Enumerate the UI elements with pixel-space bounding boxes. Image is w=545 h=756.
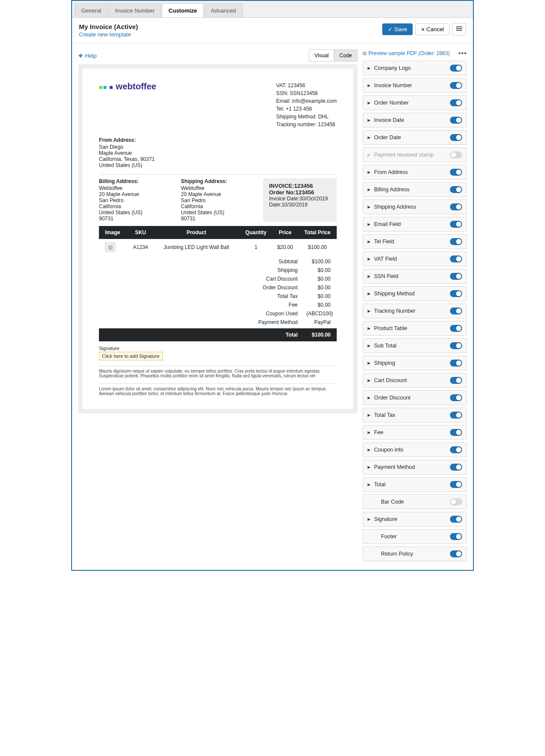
more-options-icon[interactable]: ••• xyxy=(458,49,467,57)
panel-label: Payment Method xyxy=(374,464,415,470)
create-template-link[interactable]: Create new template xyxy=(79,31,131,38)
toggle-switch[interactable] xyxy=(450,498,462,505)
toggle-switch[interactable] xyxy=(450,151,462,158)
panel-footer[interactable]: ▶Footer xyxy=(363,529,467,544)
panel-shipping-method[interactable]: ▶Shipping Method xyxy=(363,286,467,301)
toggle-switch[interactable] xyxy=(450,238,462,245)
tab-general[interactable]: General xyxy=(75,3,108,17)
panel-total[interactable]: ▶Total xyxy=(363,477,467,492)
toggle-switch[interactable] xyxy=(450,82,462,89)
panel-shipping-address[interactable]: ▶Shipping Address xyxy=(363,200,467,214)
toggle-switch[interactable] xyxy=(450,464,462,471)
panel-from-address[interactable]: ▶From Address xyxy=(363,165,467,180)
toggle-switch[interactable] xyxy=(450,429,462,436)
toggle-switch[interactable] xyxy=(450,446,462,453)
chevron-right-icon: ▶ xyxy=(368,170,371,174)
toggle-switch[interactable] xyxy=(450,342,462,349)
tab-advanced[interactable]: Advanced xyxy=(204,3,243,17)
panel-order-number[interactable]: ▶Order Number xyxy=(363,95,467,110)
toggle-switch[interactable] xyxy=(450,221,462,228)
visual-button[interactable]: Visual xyxy=(309,49,334,62)
panel-bar-code[interactable]: ▶Bar Code xyxy=(363,494,467,509)
panel-sub-total[interactable]: ▶Sub Total xyxy=(363,338,467,353)
panel-shipping[interactable]: ▶Shipping xyxy=(363,356,467,370)
panel-label: Invoice Number xyxy=(374,82,412,88)
panel-label: From Address xyxy=(374,169,408,175)
panel-tel-field[interactable]: ▶Tel Field xyxy=(363,234,467,249)
panel-label: Coupon info xyxy=(374,447,403,453)
panel-company-logo[interactable]: ▶Company Logo xyxy=(363,61,467,75)
toggle-switch[interactable] xyxy=(450,412,462,419)
toggle-switch[interactable] xyxy=(450,360,462,367)
toggle-switch[interactable] xyxy=(450,481,462,488)
panel-invoice-date[interactable]: ▶Invoice Date xyxy=(363,113,467,128)
toggle-switch[interactable] xyxy=(450,203,462,210)
toggle-switch[interactable] xyxy=(450,273,462,280)
panel-vat-field[interactable]: ▶VAT Field xyxy=(363,252,467,266)
panel-return-policy[interactable]: ▶Return Policy xyxy=(363,547,467,561)
code-button[interactable]: Code xyxy=(334,49,358,62)
chevron-right-icon: ▶ xyxy=(368,222,371,226)
invoice-preview[interactable]: ■■ ■ webtoffee VAT: 123456 SSN: SSN12345… xyxy=(82,69,353,409)
panel-label: Order Number xyxy=(374,100,409,106)
help-link[interactable]: ❖ Help xyxy=(78,52,97,59)
toggle-switch[interactable] xyxy=(450,186,462,193)
panel-invoice-number[interactable]: ▶Invoice Number xyxy=(363,78,467,93)
tab-invoice-number[interactable]: Invoice Number xyxy=(108,3,161,17)
toggle-switch[interactable] xyxy=(450,169,462,176)
toggle-switch[interactable] xyxy=(450,533,462,540)
panel-total-tax[interactable]: ▶Total Tax xyxy=(363,408,467,422)
cancel-button[interactable]: Cancel xyxy=(415,23,450,35)
panel-order-date[interactable]: ▶Order Date xyxy=(363,130,467,145)
panel-payment-method[interactable]: ▶Payment Method xyxy=(363,460,467,475)
panel-payment-received-stamp[interactable]: ▶Payment received stamp xyxy=(363,147,467,162)
panel-product-table[interactable]: ▶Product Table xyxy=(363,321,467,336)
toggle-switch[interactable] xyxy=(450,377,462,384)
tab-customize[interactable]: Customize xyxy=(162,3,204,17)
panel-label: Shipping xyxy=(374,360,395,366)
chevron-right-icon: ▶ xyxy=(368,257,371,261)
toggle-switch[interactable] xyxy=(450,134,462,141)
chevron-right-icon: ▶ xyxy=(368,239,371,244)
chevron-right-icon: ▶ xyxy=(368,205,371,209)
toggle-switch[interactable] xyxy=(450,516,462,523)
panel-coupon-info[interactable]: ▶Coupon info xyxy=(363,442,467,457)
panel-label: Tel Field xyxy=(374,239,394,245)
panel-tracking-number[interactable]: ▶Tracking Number xyxy=(363,304,467,318)
panel-label: VAT Field xyxy=(374,256,397,262)
preview-pdf-link[interactable]: ⧉ Preview sample PDF (Order: 2883) xyxy=(363,50,450,56)
panel-email-field[interactable]: ▶Email Field xyxy=(363,217,467,232)
chevron-right-icon: ▶ xyxy=(368,291,371,296)
toggle-switch[interactable] xyxy=(450,117,462,124)
panel-signature[interactable]: ▶Signature xyxy=(363,512,467,527)
toggle-switch[interactable] xyxy=(450,65,462,72)
toggle-switch[interactable] xyxy=(450,550,462,557)
chevron-right-icon: ▶ xyxy=(368,66,371,70)
view-toggle: Visual Code xyxy=(309,49,358,62)
toggle-switch[interactable] xyxy=(450,394,462,401)
panel-label: Billing Address xyxy=(374,187,410,193)
panel-fee[interactable]: ▶Fee xyxy=(363,425,467,440)
signature-box[interactable]: Click here to add Signature xyxy=(99,352,163,360)
panel-cart-discount[interactable]: ▶Cart Discount xyxy=(363,373,467,388)
panel-ssn-field[interactable]: ▶SSN Field xyxy=(363,269,467,284)
save-button[interactable]: Save xyxy=(382,23,413,35)
panel-label: Footer xyxy=(381,533,397,540)
chevron-right-icon: ▶ xyxy=(368,326,371,331)
company-logo: ■■ ■ webtoffee xyxy=(99,82,156,128)
toggle-switch[interactable] xyxy=(450,290,462,297)
toggle-switch[interactable] xyxy=(450,99,462,106)
tabs: GeneralInvoice NumberCustomizeAdvanced xyxy=(72,1,473,18)
menu-button[interactable] xyxy=(452,23,466,36)
header: My Invoice (Active) Create new template … xyxy=(72,18,473,43)
panel-order-discount[interactable]: ▶Order Discount xyxy=(363,390,467,405)
toggle-switch[interactable] xyxy=(450,325,462,332)
page-title: My Invoice (Active) xyxy=(79,23,138,30)
shipping-address: Shipping Address: Webtoffee20 Maple Aven… xyxy=(181,178,263,222)
toggle-switch[interactable] xyxy=(450,255,462,262)
panel-label: Shipping Address xyxy=(374,204,416,210)
panel-label: Return Policy xyxy=(381,551,413,557)
from-address: From Address: San DiegoMaple AvenueCalif… xyxy=(99,137,337,168)
toggle-switch[interactable] xyxy=(450,308,462,314)
panel-billing-address[interactable]: ▶Billing Address xyxy=(363,182,467,197)
